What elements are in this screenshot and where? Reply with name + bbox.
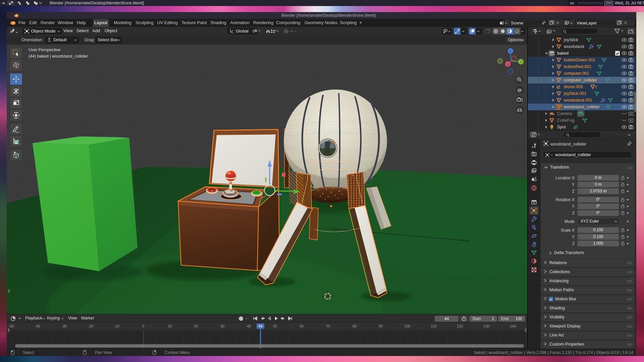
svg-text:X: X bbox=[507, 63, 509, 66]
svg-text:Z: Z bbox=[509, 50, 512, 53]
svg-text:Y: Y bbox=[520, 60, 522, 64]
